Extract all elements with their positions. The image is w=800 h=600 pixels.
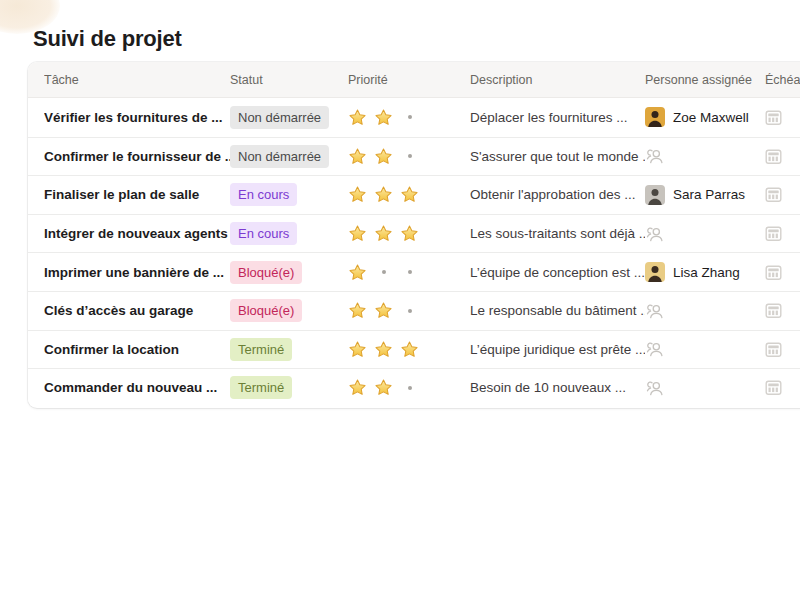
calendar-icon[interactable]: [765, 264, 782, 281]
description-cell[interactable]: Déplacer les fournitures ...: [470, 110, 645, 125]
person-add-icon[interactable]: [645, 146, 665, 166]
task-cell[interactable]: Imprimer une bannière de ...: [44, 265, 230, 280]
star-icon[interactable]: [374, 147, 393, 166]
calendar-icon[interactable]: [765, 341, 782, 358]
priority-dot-icon[interactable]: [400, 147, 419, 166]
description-cell[interactable]: S'assurer que tout le monde ...: [470, 149, 645, 164]
star-icon[interactable]: [400, 224, 419, 243]
table-row[interactable]: Clés d’accès au garage Bloqué(e) Le resp…: [28, 291, 800, 330]
status-cell[interactable]: Non démarrée: [230, 145, 348, 168]
task-cell[interactable]: Confirmer la location: [44, 342, 230, 357]
due-date-cell[interactable]: [765, 109, 800, 126]
priority-dot-icon[interactable]: [400, 378, 419, 397]
due-date-cell[interactable]: [765, 264, 800, 281]
assignee-cell[interactable]: [645, 339, 765, 359]
star-icon[interactable]: [348, 301, 367, 320]
description-cell[interactable]: L’équipe de conception est ...: [470, 265, 645, 280]
star-icon[interactable]: [374, 224, 393, 243]
assignee-cell[interactable]: [645, 301, 765, 321]
status-badge[interactable]: Non démarrée: [230, 145, 329, 168]
description-cell[interactable]: Le responsable du bâtiment ...: [470, 303, 645, 318]
priority-cell[interactable]: [348, 147, 470, 166]
status-cell[interactable]: En cours: [230, 222, 348, 245]
description-cell[interactable]: Les sous-traitants sont déjà ...: [470, 226, 645, 241]
task-cell[interactable]: Finaliser le plan de salle: [44, 187, 230, 202]
status-cell[interactable]: Bloqué(e): [230, 299, 348, 322]
person-add-icon[interactable]: [645, 378, 665, 398]
task-cell[interactable]: Commander du nouveau ...: [44, 380, 230, 395]
status-cell[interactable]: Terminé: [230, 338, 348, 361]
status-cell[interactable]: Bloqué(e): [230, 261, 348, 284]
due-date-cell[interactable]: [765, 379, 800, 396]
status-cell[interactable]: Terminé: [230, 376, 348, 399]
description-cell[interactable]: L’équipe juridique est prête ...: [470, 342, 645, 357]
status-badge[interactable]: En cours: [230, 183, 297, 206]
description-cell[interactable]: Besoin de 10 nouveaux ...: [470, 380, 645, 395]
column-header-status[interactable]: Statut: [230, 73, 348, 87]
due-date-cell[interactable]: [765, 225, 800, 242]
column-header-assignee[interactable]: Personne assignée: [645, 73, 765, 87]
star-icon[interactable]: [374, 185, 393, 204]
task-cell[interactable]: Confirmer le fournisseur de ...: [44, 149, 230, 164]
star-icon[interactable]: [374, 340, 393, 359]
table-row[interactable]: Intégrer de nouveaux agents ... En cours…: [28, 214, 800, 253]
status-cell[interactable]: Non démarrée: [230, 106, 348, 129]
priority-cell[interactable]: [348, 224, 470, 243]
table-row[interactable]: Vérifier les fournitures de ... Non déma…: [28, 98, 800, 137]
task-cell[interactable]: Vérifier les fournitures de ...: [44, 110, 230, 125]
star-icon[interactable]: [348, 108, 367, 127]
star-icon[interactable]: [348, 185, 367, 204]
star-icon[interactable]: [374, 301, 393, 320]
table-row[interactable]: Confirmer le fournisseur de ... Non déma…: [28, 137, 800, 176]
status-badge[interactable]: Terminé: [230, 338, 292, 361]
calendar-icon[interactable]: [765, 109, 782, 126]
status-badge[interactable]: Bloqué(e): [230, 299, 302, 322]
status-badge[interactable]: Non démarrée: [230, 106, 329, 129]
table-row[interactable]: Finaliser le plan de salle En cours Obte…: [28, 175, 800, 214]
priority-dot-icon[interactable]: [374, 263, 393, 282]
star-icon[interactable]: [374, 108, 393, 127]
priority-cell[interactable]: [348, 108, 470, 127]
table-row[interactable]: Confirmer la location Terminé L’équipe j…: [28, 330, 800, 369]
calendar-icon[interactable]: [765, 148, 782, 165]
calendar-icon[interactable]: [765, 225, 782, 242]
priority-cell[interactable]: [348, 378, 470, 397]
status-cell[interactable]: En cours: [230, 183, 348, 206]
assignee-cell[interactable]: [645, 146, 765, 166]
assignee-cell[interactable]: Sara Parras: [645, 185, 765, 205]
person-add-icon[interactable]: [645, 339, 665, 359]
star-icon[interactable]: [348, 340, 367, 359]
calendar-icon[interactable]: [765, 379, 782, 396]
assignee-cell[interactable]: Zoe Maxwell: [645, 107, 765, 127]
table-row[interactable]: Imprimer une bannière de ... Bloqué(e) L…: [28, 252, 800, 291]
star-icon[interactable]: [374, 378, 393, 397]
status-badge[interactable]: Terminé: [230, 376, 292, 399]
priority-cell[interactable]: [348, 301, 470, 320]
calendar-icon[interactable]: [765, 186, 782, 203]
person-add-icon[interactable]: [645, 224, 665, 244]
status-badge[interactable]: Bloqué(e): [230, 261, 302, 284]
due-date-cell[interactable]: [765, 341, 800, 358]
star-icon[interactable]: [348, 263, 367, 282]
assignee-cell[interactable]: Lisa Zhang: [645, 262, 765, 282]
column-header-description[interactable]: Description: [470, 73, 645, 87]
person-add-icon[interactable]: [645, 301, 665, 321]
priority-cell[interactable]: [348, 263, 470, 282]
assignee-cell[interactable]: [645, 224, 765, 244]
column-header-task[interactable]: Tâche: [44, 73, 230, 87]
due-date-cell[interactable]: [765, 148, 800, 165]
priority-dot-icon[interactable]: [400, 263, 419, 282]
due-date-cell[interactable]: [765, 186, 800, 203]
star-icon[interactable]: [348, 224, 367, 243]
column-header-priority[interactable]: Priorité: [348, 73, 470, 87]
description-cell[interactable]: Obtenir l'approbation des ...: [470, 187, 645, 202]
table-row[interactable]: Commander du nouveau ... Terminé Besoin …: [28, 368, 800, 407]
assignee-cell[interactable]: [645, 378, 765, 398]
star-icon[interactable]: [348, 378, 367, 397]
task-cell[interactable]: Intégrer de nouveaux agents ...: [44, 226, 230, 241]
task-cell[interactable]: Clés d’accès au garage: [44, 303, 230, 318]
star-icon[interactable]: [400, 185, 419, 204]
priority-dot-icon[interactable]: [400, 108, 419, 127]
calendar-icon[interactable]: [765, 302, 782, 319]
column-header-due[interactable]: Échéance: [765, 73, 800, 87]
